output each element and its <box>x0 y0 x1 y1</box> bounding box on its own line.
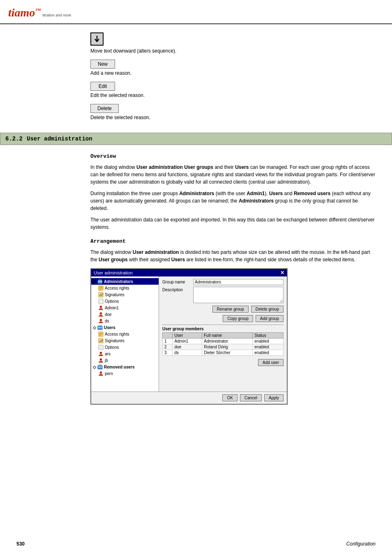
tree-item-users[interactable]: ◇ Users <box>91 324 159 331</box>
signatures-icon-2 <box>98 338 104 343</box>
members-table: User Full name Status 1Admin1Administrat… <box>162 332 284 356</box>
tree-label-doe: doe <box>105 312 112 317</box>
tree-item-access-rights-2[interactable]: Access rights <box>91 331 159 337</box>
user-icon-jb <box>98 357 104 363</box>
members-section: User group members User Full name Status <box>162 325 284 366</box>
arrangement-title: Arrangement <box>90 238 376 244</box>
tree-label-signatures-1: Signatures <box>105 292 125 297</box>
svg-rect-2 <box>98 279 101 281</box>
arrangement-para: The dialog window User administration is… <box>90 249 376 263</box>
access-rights-icon <box>98 285 104 291</box>
table-row[interactable]: 3dsDieter Sörcherenabled <box>163 350 284 356</box>
user-icon-ars <box>98 351 104 357</box>
rename-group-button[interactable]: Rename group <box>212 306 249 313</box>
tree-label-administrators: Administrators <box>104 279 133 284</box>
tree-label-options-2: Options <box>105 345 119 350</box>
tree-item-ds[interactable]: ds <box>91 318 159 324</box>
tree-item-pern[interactable]: pern <box>91 370 159 377</box>
overview-para-2: During installation the three user group… <box>90 190 376 212</box>
dialog-close-button[interactable]: ✕ <box>280 270 284 276</box>
svg-rect-15 <box>98 325 101 327</box>
delete-desc: Delete the selected reason. <box>90 115 376 120</box>
user-icon-doe <box>98 311 104 317</box>
svg-point-16 <box>98 327 99 328</box>
tree-item-administrators[interactable]: ◇ Administrators <box>91 278 159 285</box>
table-row[interactable]: 1Admin1Administratorenabled <box>163 339 284 344</box>
page: tiamo™ titration and more Move text down… <box>0 0 392 555</box>
svg-point-4 <box>100 281 101 282</box>
page-label: Configuration <box>346 541 376 547</box>
col-num <box>163 333 173 339</box>
options-icon-2 <box>98 344 104 350</box>
group-name-input[interactable] <box>193 279 284 285</box>
logo-text: tiamo™ <box>8 6 41 19</box>
tree-label-ds: ds <box>105 319 109 323</box>
members-table-header: User Full name Status <box>163 333 284 339</box>
overview-title: Overview <box>90 153 376 159</box>
logo-area: tiamo™ titration and more <box>0 0 392 24</box>
description-input[interactable] <box>193 287 284 303</box>
add-user-button[interactable]: Add user <box>258 359 284 366</box>
tree-label-users: Users <box>104 325 115 330</box>
page-number: 530 <box>16 541 25 547</box>
top-section: Move text downward (alters sequence). Ne… <box>90 32 376 120</box>
col-user: User <box>173 333 202 339</box>
members-title: User group members <box>162 327 284 331</box>
group-icon <box>97 279 103 284</box>
tree-item-options-1[interactable]: Options <box>91 298 159 304</box>
tree-item-options-2[interactable]: Options <box>91 344 159 350</box>
group-name-label: Group name <box>162 279 193 284</box>
cancel-button[interactable]: Cancel <box>240 394 262 401</box>
svg-point-28 <box>98 366 99 367</box>
apply-button[interactable]: Apply <box>264 394 284 401</box>
removed-users-icon <box>97 364 103 370</box>
user-icon-admin1 <box>98 305 104 311</box>
ok-button[interactable]: OK <box>222 394 237 401</box>
tree-item-jb[interactable]: jb <box>91 357 159 364</box>
logo-sub: titration and more <box>42 13 71 17</box>
dialog-window: User administration ✕ ◇ <box>90 268 288 405</box>
main-content: Move text downward (alters sequence). Ne… <box>0 24 392 413</box>
expand-icon-removed: ◇ <box>93 365 96 369</box>
tree-panel: ◇ Administrators <box>91 276 159 391</box>
tree-label-removed-users: Removed users <box>104 365 134 369</box>
tree-item-ars[interactable]: ars <box>91 350 159 357</box>
page-footer: 530 Configuration <box>0 541 392 547</box>
tree-item-access-rights-1[interactable]: Access rights <box>91 285 159 291</box>
table-row[interactable]: 2doeRoland Dörigenabled <box>163 344 284 350</box>
svg-rect-27 <box>98 365 101 366</box>
delete-button[interactable]: Delete <box>90 104 119 113</box>
add-group-button[interactable]: Add group <box>256 315 284 322</box>
tree-item-doe[interactable]: doe <box>91 311 159 318</box>
svg-point-12 <box>100 312 102 314</box>
edit-button[interactable]: Edit <box>90 82 115 91</box>
svg-point-17 <box>100 327 101 328</box>
tree-item-admin1[interactable]: Admin1 <box>91 304 159 311</box>
dialog-footer: OK Cancel Apply <box>91 391 287 404</box>
tree-label-jb: jb <box>105 358 108 363</box>
signatures-icon <box>98 292 104 297</box>
tree-label-options-1: Options <box>105 299 119 304</box>
logo: tiamo™ titration and more <box>8 6 384 19</box>
edit-desc: Edit the selected reason. <box>90 92 376 98</box>
tree-item-signatures-1[interactable]: Signatures <box>91 291 159 298</box>
tree-item-signatures-2[interactable]: Signatures <box>91 337 159 344</box>
svg-point-24 <box>100 352 102 354</box>
arrangement-section: Arrangement The dialog window User admin… <box>90 238 376 405</box>
svg-rect-23 <box>98 345 103 349</box>
add-user-row: Add user <box>162 359 284 366</box>
dialog-body: ◇ Administrators <box>91 276 287 391</box>
delete-group-button[interactable]: Delete group <box>251 306 284 313</box>
user-icon-ds <box>98 318 104 324</box>
new-button[interactable]: New <box>90 60 115 69</box>
col-fullname: Full name <box>202 333 253 339</box>
group-buttons-row-2: Copy group Add group <box>162 315 284 322</box>
svg-point-25 <box>100 358 102 360</box>
expand-icon: ◇ <box>93 279 96 284</box>
move-down-icon[interactable] <box>90 32 104 46</box>
section-header: 6.2.2 User administration <box>0 133 392 145</box>
users-group-icon <box>97 325 103 330</box>
new-desc: Add a new reason. <box>90 70 376 76</box>
copy-group-button[interactable]: Copy group <box>223 315 253 322</box>
tree-item-removed-users[interactable]: ◇ Removed users <box>91 364 159 370</box>
